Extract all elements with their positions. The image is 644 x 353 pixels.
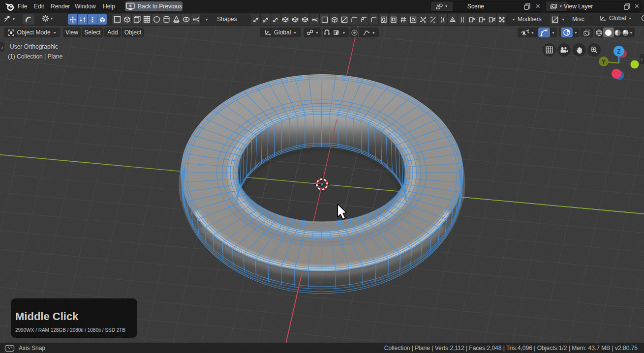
svg-text:Z: Z (617, 48, 620, 55)
svg-text:z: z (273, 20, 275, 23)
svg-text:Y: Y (602, 59, 606, 65)
svg-text:y: y (263, 20, 265, 23)
svg-text:x: x (253, 20, 255, 23)
